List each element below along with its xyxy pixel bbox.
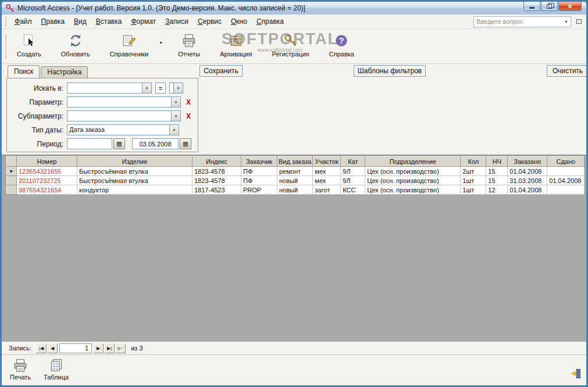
column-header-nch[interactable]: НЧ bbox=[486, 157, 508, 167]
cell[interactable]: 31.03.2008 bbox=[508, 176, 547, 185]
next-record-button[interactable]: ▶ bbox=[93, 343, 104, 353]
filter-templates-button[interactable]: Шаблоны фильтров bbox=[354, 65, 426, 77]
exit-icon[interactable] bbox=[570, 368, 582, 379]
column-header-qty[interactable]: Кол bbox=[461, 157, 486, 167]
cell[interactable]: загот bbox=[313, 185, 341, 195]
cell[interactable]: Быстросъёмная втулка bbox=[77, 176, 193, 185]
cell[interactable]: 123654321655 bbox=[17, 167, 77, 176]
cell[interactable]: новый bbox=[277, 176, 313, 185]
chevron-down-icon[interactable]: ▼ bbox=[171, 97, 180, 107]
cell[interactable] bbox=[547, 185, 585, 195]
date-type-combobox[interactable]: Дата заказа ▼ bbox=[67, 124, 179, 135]
parameter-combobox[interactable]: ▼ bbox=[67, 96, 181, 107]
cell[interactable]: кондуктор bbox=[77, 185, 193, 195]
refresh-button[interactable]: Обновить bbox=[54, 30, 97, 63]
cell[interactable]: Быстросъёмная втулка bbox=[77, 167, 193, 176]
column-header-product[interactable]: Изделие bbox=[77, 157, 193, 167]
access-key-icon[interactable] bbox=[5, 3, 15, 13]
print-button[interactable]: Печать bbox=[10, 358, 31, 381]
toolbar-options-button[interactable] bbox=[573, 16, 584, 27]
archive-button[interactable]: Архивация bbox=[213, 30, 259, 63]
clear-button[interactable]: Очистить bbox=[547, 65, 588, 77]
chevron-down-icon[interactable]: ▼ bbox=[562, 20, 571, 24]
first-record-button[interactable]: |◀ bbox=[36, 343, 47, 353]
restore-button[interactable] bbox=[541, 2, 558, 11]
calendar-button-from[interactable]: ▦ bbox=[113, 138, 125, 149]
menu-help[interactable]: Справка bbox=[252, 16, 288, 27]
cell[interactable]: Цех (осн. производство) bbox=[365, 185, 461, 195]
cell[interactable]: 9Л bbox=[341, 167, 365, 176]
cell[interactable]: 12 bbox=[486, 185, 508, 195]
table-button[interactable]: Таблица bbox=[44, 358, 69, 381]
menu-format[interactable]: Формат bbox=[126, 16, 161, 27]
cell[interactable]: Цех (осн. производство) bbox=[365, 167, 461, 176]
column-header-delivered[interactable]: Сдано bbox=[547, 157, 585, 167]
menu-view[interactable]: Вид bbox=[69, 16, 91, 27]
period-from-input[interactable] bbox=[67, 138, 112, 149]
menu-edit[interactable]: Правка bbox=[37, 16, 70, 27]
cell[interactable]: ПФ bbox=[241, 167, 277, 176]
column-header-ordered[interactable]: Заказано bbox=[508, 157, 547, 167]
cell[interactable]: 15 bbox=[486, 167, 508, 176]
cell[interactable]: 1823-4578 bbox=[193, 167, 241, 176]
search-in-combobox[interactable]: ▼ bbox=[67, 83, 152, 94]
cell[interactable]: мех bbox=[313, 167, 341, 176]
cell[interactable]: 01.04.2008 bbox=[508, 185, 547, 195]
current-record-input[interactable]: 1 bbox=[59, 343, 92, 353]
cell[interactable]: 1817-4523 bbox=[193, 185, 241, 195]
operator-box[interactable]: = bbox=[155, 83, 166, 94]
cell[interactable]: 9Л bbox=[341, 176, 365, 185]
column-header-number[interactable]: Номер bbox=[17, 157, 77, 167]
cell[interactable]: 1823-4578 bbox=[193, 176, 241, 185]
menu-insert[interactable]: Вставка bbox=[91, 16, 127, 27]
chevron-down-icon[interactable]: ▼ bbox=[169, 125, 179, 135]
previous-record-button[interactable]: ◀ bbox=[47, 343, 58, 353]
column-header-customer[interactable]: Заказчик bbox=[241, 157, 277, 167]
menu-tools[interactable]: Сервис bbox=[193, 16, 226, 27]
create-button[interactable]: Создать bbox=[10, 30, 48, 63]
help-button[interactable]: ? Справка bbox=[322, 30, 361, 63]
menu-records[interactable]: Записи bbox=[161, 16, 193, 27]
clear-parameter-button[interactable]: X bbox=[186, 98, 191, 106]
calendar-button-to[interactable]: ▦ bbox=[180, 138, 191, 149]
references-button[interactable]: Справочники bbox=[103, 30, 156, 63]
cell[interactable]: ПФ bbox=[241, 176, 277, 185]
cell[interactable]: 01.04.2008 bbox=[547, 176, 585, 185]
column-header-section[interactable]: Участок bbox=[313, 157, 341, 167]
menu-window[interactable]: Окно bbox=[226, 16, 252, 27]
period-to-input[interactable]: 03.05.2008 bbox=[132, 138, 179, 149]
ask-question-input[interactable]: Введите вопрос ▼ bbox=[473, 16, 571, 27]
minimize-button[interactable] bbox=[523, 2, 540, 11]
save-button[interactable]: Сохранить bbox=[199, 65, 243, 77]
cell[interactable]: новый bbox=[277, 185, 313, 195]
cell[interactable]: PROP bbox=[241, 185, 277, 195]
column-header-order-type[interactable]: Вид заказа bbox=[277, 157, 313, 167]
cell[interactable]: КСС bbox=[341, 185, 365, 195]
column-header-index[interactable]: Индекс bbox=[193, 157, 241, 167]
clear-subparameter-button[interactable]: X bbox=[186, 112, 191, 120]
cell[interactable]: 987654321654 bbox=[17, 185, 77, 195]
cell[interactable]: 1шт bbox=[461, 176, 486, 185]
chevron-down-icon[interactable]: ▼ bbox=[142, 83, 151, 93]
registration-button[interactable]: Регистрация bbox=[265, 30, 316, 63]
chevron-down-icon[interactable]: ▼ bbox=[173, 83, 183, 93]
cell[interactable]: Цех (осн. производство) bbox=[365, 176, 461, 185]
cell[interactable]: 01.04.2008 bbox=[508, 167, 547, 176]
cell[interactable]: 15 bbox=[486, 176, 508, 185]
cell[interactable]: 201107232725 bbox=[17, 176, 77, 185]
row-selector[interactable] bbox=[7, 185, 17, 195]
column-header-department[interactable]: Подразделение bbox=[365, 157, 461, 167]
subparameter-combobox[interactable]: ▼ bbox=[67, 110, 181, 121]
tab-settings[interactable]: Настройка bbox=[41, 66, 88, 78]
cell[interactable]: 1шт bbox=[461, 185, 486, 195]
cell[interactable]: мех bbox=[313, 176, 341, 185]
cell[interactable]: 2шт bbox=[461, 167, 486, 176]
close-button[interactable]: × bbox=[558, 2, 582, 11]
chevron-down-icon[interactable]: ▼ bbox=[171, 111, 180, 121]
row-selector[interactable] bbox=[7, 176, 17, 185]
tab-search[interactable]: Поиск bbox=[8, 65, 40, 78]
reports-button[interactable]: Отчеты bbox=[171, 30, 207, 63]
cell[interactable]: ремонт bbox=[277, 167, 313, 176]
references-dropdown-icon[interactable]: ▼ bbox=[159, 41, 163, 45]
row-selector[interactable]: ► bbox=[7, 167, 17, 176]
